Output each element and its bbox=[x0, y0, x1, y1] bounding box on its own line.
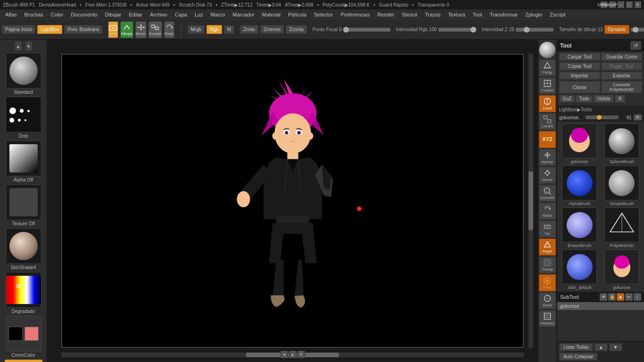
conncolor-item[interactable]: ConmColor bbox=[2, 316, 45, 358]
alternar-btn[interactable]: Alternar bbox=[5, 360, 42, 362]
dibujar-btn[interactable]: Dibujar bbox=[120, 21, 133, 38]
visible-btn[interactable]: Visible bbox=[594, 95, 614, 103]
rotar-view-btn[interactable]: Rotar bbox=[539, 203, 556, 220]
mover-view-btn[interactable]: Mover bbox=[539, 167, 556, 184]
gokurose-r-btn[interactable]: R bbox=[634, 114, 643, 121]
cuadric-btn[interactable]: Cuadric bbox=[539, 77, 556, 94]
zconta-btn[interactable]: Zconta bbox=[286, 25, 307, 34]
subtool-lock-icon[interactable]: 🔒 bbox=[608, 293, 616, 301]
pintor-btn[interactable]: Pintor bbox=[539, 274, 556, 291]
maximize-btn[interactable]: □ bbox=[626, 1, 633, 8]
menu-marcador[interactable]: Marcador bbox=[229, 11, 257, 18]
menu-pelicula[interactable]: Película bbox=[285, 11, 310, 18]
color-picker-btn[interactable] bbox=[180, 21, 182, 38]
cargar-tool-btn[interactable]: Cargar Tool bbox=[559, 53, 600, 61]
panel-refresh-btn[interactable]: ↺ bbox=[630, 41, 641, 50]
dynamic-btn[interactable]: Dynamic bbox=[604, 25, 629, 34]
tool-thumb-alphabrush[interactable]: AlphaBrush bbox=[559, 165, 600, 206]
close-btn[interactable]: ✕ bbox=[635, 1, 641, 8]
canvas-nav-down[interactable]: ▼ bbox=[297, 351, 305, 358]
menu-archivo[interactable]: Archivo bbox=[147, 11, 171, 18]
todo-btn[interactable]: Todo bbox=[576, 95, 593, 103]
left-nav-down[interactable]: ▼ bbox=[25, 41, 33, 51]
locals-btn[interactable]: LocalS bbox=[539, 113, 556, 130]
tool-thumb-simplebrush[interactable]: SimpleBrush bbox=[602, 165, 643, 206]
transp-btn[interactable]: Transp bbox=[539, 256, 556, 273]
zmas-btn[interactable]: Zmás bbox=[240, 25, 258, 34]
alpha-off-item[interactable]: Alpha Off bbox=[2, 140, 45, 182]
polyf-btn[interactable]: PolyF bbox=[539, 239, 556, 255]
rotar-btn[interactable]: Rotar bbox=[164, 21, 174, 38]
canvas-area[interactable]: ◄ ▲ ▼ bbox=[47, 40, 538, 362]
menu-material[interactable]: Material bbox=[259, 11, 284, 18]
intensidad-z-slider[interactable] bbox=[516, 28, 553, 32]
standard-brush-item[interactable]: Standard bbox=[2, 53, 45, 95]
scrollbar-thumb-v[interactable] bbox=[528, 172, 533, 230]
menu-alfas[interactable]: Alfas bbox=[2, 11, 20, 18]
menu-luz[interactable]: Luz bbox=[191, 11, 206, 18]
xyz-btn[interactable]: XYZ bbox=[539, 131, 556, 148]
menu-editar[interactable]: Editar bbox=[125, 11, 146, 18]
listar-todas-btn[interactable]: Listar Todas bbox=[559, 343, 593, 351]
punto-focal-slider[interactable] bbox=[343, 28, 390, 32]
gokurose-slider[interactable] bbox=[586, 115, 619, 119]
subtool-eye-icon[interactable]: 👁 bbox=[600, 293, 607, 301]
r-main-btn[interactable]: R bbox=[615, 95, 625, 103]
clonar-btn[interactable]: Clonar bbox=[559, 81, 600, 93]
page-inicio-btn[interactable]: Página Inicio bbox=[2, 25, 35, 34]
canvas-scrollbar-v[interactable] bbox=[528, 54, 533, 348]
menu-dibujar[interactable]: Dibujar bbox=[101, 11, 124, 18]
menu-tool[interactable]: Tool bbox=[470, 11, 486, 18]
menu-capa[interactable]: Capa bbox=[172, 11, 190, 18]
goz-btn[interactable]: GoZ bbox=[559, 95, 575, 103]
degradado-item[interactable]: Degradado bbox=[2, 272, 45, 314]
list-up-btn[interactable]: ▲ bbox=[594, 343, 608, 351]
tamano-slider[interactable] bbox=[631, 28, 644, 32]
menu-selector[interactable]: Selector bbox=[311, 11, 336, 18]
mrgb-btn[interactable]: Mrgb bbox=[188, 25, 205, 34]
menu-brochas[interactable]: Brochas bbox=[21, 11, 46, 18]
menu-trazos[interactable]: Trazos bbox=[421, 11, 444, 18]
subtool-color-icon[interactable]: ◉ bbox=[617, 293, 624, 301]
tool-thumb-spherebrush[interactable]: SphereBrush bbox=[602, 123, 643, 164]
ins-btn[interactable]: Ins bbox=[539, 221, 556, 238]
persp-btn[interactable]: Persp bbox=[539, 59, 556, 76]
ajustar-btn[interactable]: Ajustar bbox=[539, 149, 556, 166]
minimize-btn[interactable]: ─ bbox=[618, 1, 624, 8]
copiar-tool-btn[interactable]: Copiar Tool bbox=[559, 62, 600, 70]
zoom3d-btn[interactable]: + Zoom3D bbox=[539, 185, 556, 202]
zscript-btn[interactable]: ZScriptPred bbox=[609, 1, 616, 8]
tool-thumb-polymesh3d[interactable]: PolyMesh3D bbox=[602, 207, 643, 248]
exportar-btn[interactable]: Exportar bbox=[601, 72, 642, 80]
canvas-nav-up[interactable]: ▲ bbox=[289, 351, 297, 358]
subtool-gokurose-item[interactable]: gokurose bbox=[557, 302, 644, 311]
subtool-move-icon[interactable]: ↕ bbox=[634, 293, 641, 301]
auto-colapsar-btn[interactable]: Auto Colapsar bbox=[559, 353, 597, 361]
escalar-btn[interactable]: Escalar bbox=[149, 21, 162, 38]
rgb-btn[interactable]: Rgb bbox=[206, 25, 222, 34]
guardar-btn[interactable]: Guardar Como bbox=[601, 53, 642, 61]
menu-render[interactable]: Render bbox=[374, 11, 397, 18]
bpr-sphere[interactable] bbox=[539, 41, 556, 58]
zmenos-btn[interactable]: Zmenos bbox=[260, 25, 284, 34]
canvas-nav-left[interactable]: ◄ bbox=[281, 351, 288, 358]
menu-color[interactable]: Color bbox=[48, 11, 66, 18]
lightbox-btn[interactable]: LightBox bbox=[37, 25, 62, 34]
tool-thumb-gokurose[interactable]: gokurose bbox=[559, 123, 600, 164]
texture-off-item[interactable]: Texture Off bbox=[2, 184, 45, 226]
convertir-btn[interactable]: Convertir PolyMesh3D bbox=[601, 81, 642, 93]
tool-thumb-gokurose2[interactable]: gokurose bbox=[602, 249, 643, 290]
skinshade-item[interactable]: SkinShade4 bbox=[2, 228, 45, 270]
mover-toolbar-btn[interactable]: Mover bbox=[135, 21, 147, 38]
dots-item[interactable]: Dots bbox=[2, 97, 45, 139]
menu-preferencias[interactable]: Preferencias bbox=[337, 11, 373, 18]
menu-zscript[interactable]: Zscript bbox=[546, 11, 569, 18]
prev-booleans-btn[interactable]: Prev. Booleans bbox=[64, 25, 102, 34]
tool-thumb-eraserbrush[interactable]: EraserBrush bbox=[559, 207, 600, 248]
menu-stencil[interactable]: Stencil bbox=[398, 11, 421, 18]
m-btn[interactable]: M bbox=[224, 25, 234, 34]
menu-textura[interactable]: Textura bbox=[445, 11, 468, 18]
tool-thumb-skindefault[interactable]: Skin_default bbox=[559, 249, 600, 290]
menu-zplugin[interactable]: Zplugin bbox=[522, 11, 545, 18]
subtool-pencil-icon[interactable]: ✏ bbox=[625, 293, 633, 301]
